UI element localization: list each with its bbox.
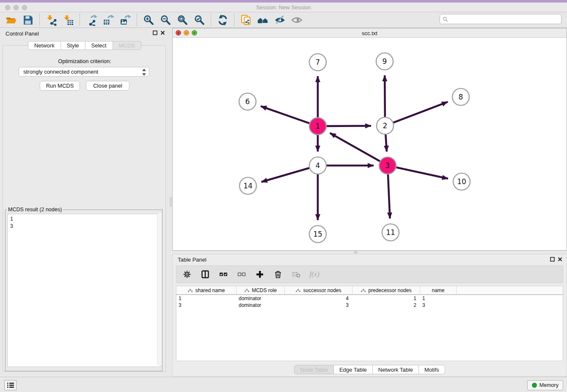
table-cell[interactable]: 1 bbox=[352, 295, 420, 302]
table-row[interactable]: 3dominator323 bbox=[176, 302, 563, 309]
graph-node-3[interactable]: 3 bbox=[379, 157, 396, 174]
table-cell[interactable]: dominator bbox=[237, 302, 285, 309]
result-scrollbar[interactable] bbox=[157, 213, 162, 365]
criterion-value: strongly connected component bbox=[23, 69, 98, 75]
first-neighbors-button[interactable] bbox=[254, 13, 271, 27]
table-row[interactable]: 1dominator411 bbox=[176, 295, 563, 302]
zoom-out-button[interactable] bbox=[157, 13, 174, 27]
graph-edge-1-2[interactable] bbox=[325, 126, 371, 126]
tab-network[interactable]: Network bbox=[28, 41, 61, 50]
window-title: Session: New Session bbox=[0, 4, 567, 11]
graph-edge-3-1[interactable] bbox=[330, 133, 381, 162]
splitter-grip[interactable] bbox=[354, 251, 357, 254]
mcds-result-textarea[interactable]: 1 3 bbox=[7, 214, 160, 367]
graph-node-15[interactable]: 15 bbox=[309, 226, 326, 243]
export-network-button[interactable] bbox=[83, 13, 100, 27]
zoom-out-icon bbox=[160, 14, 171, 26]
graph-node-6[interactable]: 6 bbox=[239, 93, 256, 110]
gear-icon bbox=[183, 270, 191, 279]
graph-node-11[interactable]: 11 bbox=[382, 224, 399, 241]
create-column-button[interactable] bbox=[254, 269, 265, 280]
graph-node-14[interactable]: 14 bbox=[239, 177, 256, 194]
table-cell[interactable]: 3 bbox=[420, 302, 457, 309]
function-builder-button[interactable]: f(x) bbox=[309, 269, 320, 280]
application-window: Session: New Session Control Panel Netwo… bbox=[0, 0, 567, 392]
table-cell[interactable]: 3 bbox=[285, 302, 352, 309]
delete-columns-button[interactable] bbox=[272, 269, 284, 280]
memory-label: Memory bbox=[539, 382, 559, 388]
column-header-predecessor-nodes[interactable]: predecessor nodes bbox=[352, 286, 420, 294]
import-network-button[interactable] bbox=[43, 13, 60, 27]
graph-edge-4-14[interactable] bbox=[261, 168, 311, 182]
float-panel-icon[interactable] bbox=[550, 257, 555, 262]
toggle-column-panel-button[interactable] bbox=[200, 269, 211, 280]
tab-node-table[interactable]: Node Table bbox=[294, 365, 334, 374]
criterion-select[interactable]: strongly connected component bbox=[19, 67, 149, 77]
graph-node-8[interactable]: 8 bbox=[452, 88, 469, 105]
zoom-in-button[interactable] bbox=[140, 13, 157, 27]
tab-mcds[interactable]: MCDS bbox=[113, 41, 141, 50]
close-panel-icon[interactable] bbox=[160, 30, 165, 35]
table-cell[interactable]: 4 bbox=[285, 295, 352, 302]
horizontal-splitter[interactable] bbox=[172, 251, 567, 254]
table-cell[interactable]: dominator bbox=[237, 295, 285, 302]
zoom-selected-button[interactable] bbox=[191, 13, 208, 27]
show-panels-button[interactable] bbox=[288, 13, 305, 27]
table-cell[interactable]: 1 bbox=[420, 295, 457, 302]
save-session-button[interactable] bbox=[19, 13, 36, 27]
table-settings-button[interactable] bbox=[182, 269, 193, 280]
graph-edge-3-11[interactable] bbox=[388, 173, 390, 218]
graph-edge-2-8[interactable] bbox=[392, 102, 448, 123]
column-header-MCDS-role[interactable]: MCDS role bbox=[237, 286, 285, 294]
table-cell[interactable]: 2 bbox=[352, 302, 420, 309]
tab-select[interactable]: Select bbox=[85, 41, 113, 50]
export-image-button[interactable] bbox=[117, 13, 134, 27]
zoom-selected-icon bbox=[194, 14, 205, 26]
graph-node-4[interactable]: 4 bbox=[309, 157, 326, 174]
panel-menu-button[interactable] bbox=[4, 380, 17, 390]
toolbar-separator bbox=[211, 14, 211, 26]
delete-table-button[interactable] bbox=[291, 269, 302, 280]
graph-edge-3-10[interactable] bbox=[395, 167, 448, 179]
graph-edge-2-3[interactable] bbox=[385, 133, 387, 152]
node-label: 3 bbox=[385, 161, 390, 170]
graph-node-1[interactable]: 1 bbox=[309, 118, 326, 135]
memory-button[interactable]: Memory bbox=[527, 380, 563, 390]
vertical-splitter[interactable] bbox=[169, 28, 172, 377]
graph-canvas[interactable]: 7968124314101511 bbox=[173, 38, 567, 250]
clone-network-button[interactable] bbox=[237, 13, 254, 27]
import-table-button[interactable] bbox=[60, 13, 77, 27]
tab-network-table[interactable]: Network Table bbox=[373, 365, 419, 374]
graph-node-10[interactable]: 10 bbox=[453, 173, 470, 190]
graph-node-9[interactable]: 9 bbox=[376, 53, 393, 70]
table-cell[interactable]: 1 bbox=[176, 295, 237, 302]
unselect-all-columns-button[interactable] bbox=[236, 269, 247, 280]
column-header-shared-name[interactable]: shared name bbox=[176, 286, 237, 294]
close-panel-icon[interactable] bbox=[558, 257, 562, 262]
export-network-icon bbox=[86, 14, 97, 26]
hide-panels-button[interactable] bbox=[271, 13, 288, 27]
search-box[interactable] bbox=[440, 14, 561, 24]
export-table-button[interactable] bbox=[100, 13, 117, 27]
tab-style[interactable]: Style bbox=[61, 41, 85, 50]
zoom-fit-button[interactable] bbox=[174, 13, 191, 27]
select-all-columns-button[interactable] bbox=[218, 269, 229, 280]
graph-edge-1-6[interactable] bbox=[261, 106, 311, 124]
plus-icon bbox=[256, 270, 264, 279]
close-panel-button[interactable]: Close panel bbox=[86, 81, 129, 91]
splitter-grip[interactable] bbox=[170, 197, 172, 207]
open-file-button[interactable] bbox=[3, 13, 19, 27]
graph-node-2[interactable]: 2 bbox=[377, 117, 394, 134]
graph-edge-2-9[interactable] bbox=[385, 75, 385, 118]
table-cell[interactable]: 3 bbox=[176, 302, 237, 309]
table-panel-header: Table Panel bbox=[173, 254, 567, 265]
column-header-successor-nodes[interactable]: successor nodes bbox=[285, 286, 352, 294]
graph-node-7[interactable]: 7 bbox=[309, 54, 326, 71]
run-mcds-button[interactable]: Run MCDS bbox=[40, 81, 80, 91]
refresh-button[interactable] bbox=[214, 13, 231, 27]
column-header-name[interactable]: name bbox=[420, 286, 457, 294]
search-input[interactable] bbox=[450, 16, 559, 22]
float-panel-icon[interactable] bbox=[153, 30, 157, 35]
tab-edge-table[interactable]: Edge Table bbox=[334, 365, 373, 374]
tab-motifs[interactable]: Motifs bbox=[419, 365, 445, 374]
